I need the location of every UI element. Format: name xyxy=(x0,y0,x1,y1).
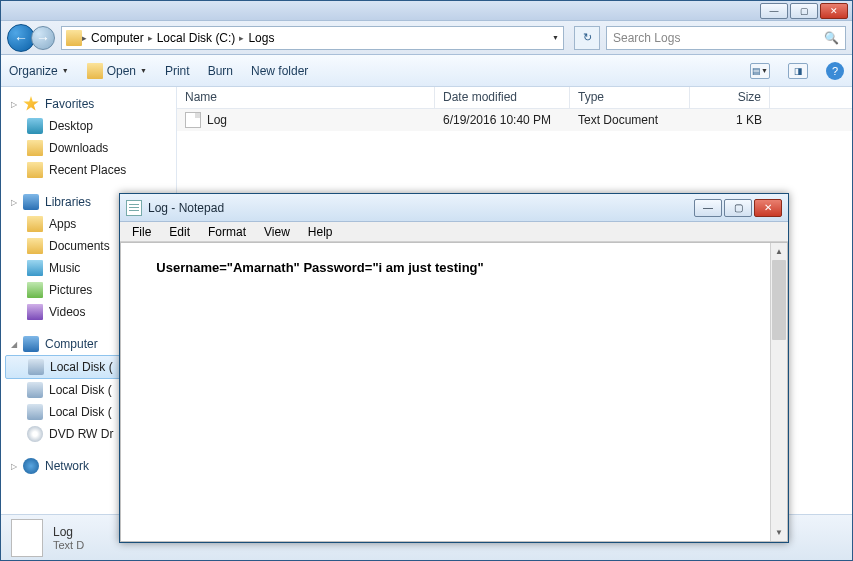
file-size: 1 KB xyxy=(690,113,770,127)
downloads-icon xyxy=(27,140,43,156)
maximize-button[interactable]: ▢ xyxy=(790,3,818,19)
search-input[interactable]: Search Logs 🔍 xyxy=(606,26,846,50)
videos-icon xyxy=(27,304,43,320)
open-icon xyxy=(87,63,103,79)
notepad-icon xyxy=(126,200,142,216)
close-button[interactable]: ✕ xyxy=(820,3,848,19)
search-icon: 🔍 xyxy=(824,31,839,45)
chevron-down-icon[interactable]: ▼ xyxy=(552,34,559,41)
libraries-icon xyxy=(23,194,39,210)
burn-button[interactable]: Burn xyxy=(208,64,233,78)
folder-icon xyxy=(27,216,43,232)
print-button[interactable]: Print xyxy=(165,64,190,78)
view-button[interactable]: ▤ ▼ xyxy=(750,63,770,79)
forward-button[interactable]: → xyxy=(31,26,55,50)
star-icon xyxy=(23,96,39,112)
computer-icon xyxy=(23,336,39,352)
breadcrumb-computer[interactable]: Computer xyxy=(87,31,148,45)
col-type[interactable]: Type xyxy=(570,87,690,108)
scroll-thumb[interactable] xyxy=(772,260,786,340)
menu-file[interactable]: File xyxy=(124,224,159,240)
file-name: Log xyxy=(207,113,227,127)
breadcrumb-drive[interactable]: Local Disk (C:) xyxy=(153,31,240,45)
dvd-icon xyxy=(27,426,43,442)
col-date[interactable]: Date modified xyxy=(435,87,570,108)
help-button[interactable]: ? xyxy=(826,62,844,80)
folder-icon xyxy=(27,238,43,254)
text-file-icon xyxy=(11,519,43,557)
col-name[interactable]: Name xyxy=(177,87,435,108)
pictures-icon xyxy=(27,282,43,298)
preview-pane-button[interactable]: ◨ xyxy=(788,63,808,79)
sidebar-favorites[interactable]: ▷Favorites xyxy=(1,93,176,115)
text-file-icon xyxy=(185,112,201,128)
new-folder-button[interactable]: New folder xyxy=(251,64,308,78)
toolbar: Organize ▼ Open ▼ Print Burn New folder … xyxy=(1,55,852,87)
details-type: Text D xyxy=(53,539,84,551)
music-icon xyxy=(27,260,43,276)
maximize-button[interactable]: ▢ xyxy=(724,199,752,217)
network-icon xyxy=(23,458,39,474)
scroll-up-icon[interactable]: ▲ xyxy=(771,243,787,260)
organize-button[interactable]: Organize ▼ xyxy=(9,64,69,78)
open-button[interactable]: Open ▼ xyxy=(87,63,147,79)
minimize-button[interactable]: — xyxy=(760,3,788,19)
sidebar-downloads[interactable]: Downloads xyxy=(1,137,176,159)
details-name: Log xyxy=(53,525,84,539)
menu-help[interactable]: Help xyxy=(300,224,341,240)
folder-icon xyxy=(66,30,82,46)
refresh-button[interactable]: ↻ xyxy=(574,26,600,50)
menu-format[interactable]: Format xyxy=(200,224,254,240)
close-button[interactable]: ✕ xyxy=(754,199,782,217)
scrollbar-vertical[interactable]: ▲ ▼ xyxy=(770,243,787,541)
notepad-title: Log - Notepad xyxy=(148,201,694,215)
sidebar-desktop[interactable]: Desktop xyxy=(1,115,176,137)
scroll-down-icon[interactable]: ▼ xyxy=(771,524,787,541)
address-bar[interactable]: ▸ Computer ▸ Local Disk (C:) ▸ Logs ▼ xyxy=(61,26,564,50)
minimize-button[interactable]: — xyxy=(694,199,722,217)
column-headers: Name Date modified Type Size xyxy=(177,87,852,109)
file-row[interactable]: Log 6/19/2016 10:40 PM Text Document 1 K… xyxy=(177,109,852,131)
drive-icon xyxy=(27,382,43,398)
col-size[interactable]: Size xyxy=(690,87,770,108)
notepad-text: Username="Amarnath" Password="i am just … xyxy=(156,260,483,275)
notepad-menubar: File Edit Format View Help xyxy=(120,222,788,242)
breadcrumb-folder[interactable]: Logs xyxy=(244,31,278,45)
explorer-titlebar[interactable]: — ▢ ✕ xyxy=(1,1,852,21)
drive-icon xyxy=(28,359,44,375)
desktop-icon xyxy=(27,118,43,134)
notepad-content[interactable]: Username="Amarnath" Password="i am just … xyxy=(120,242,788,542)
menu-edit[interactable]: Edit xyxy=(161,224,198,240)
folder-icon xyxy=(27,162,43,178)
file-type: Text Document xyxy=(570,113,690,127)
menu-view[interactable]: View xyxy=(256,224,298,240)
sidebar-recent[interactable]: Recent Places xyxy=(1,159,176,181)
notepad-titlebar[interactable]: Log - Notepad — ▢ ✕ xyxy=(120,194,788,222)
file-date: 6/19/2016 10:40 PM xyxy=(435,113,570,127)
address-row: ← → ▸ Computer ▸ Local Disk (C:) ▸ Logs … xyxy=(1,21,852,55)
drive-icon xyxy=(27,404,43,420)
notepad-window: Log - Notepad — ▢ ✕ File Edit Format Vie… xyxy=(119,193,789,543)
search-placeholder: Search Logs xyxy=(613,31,680,45)
